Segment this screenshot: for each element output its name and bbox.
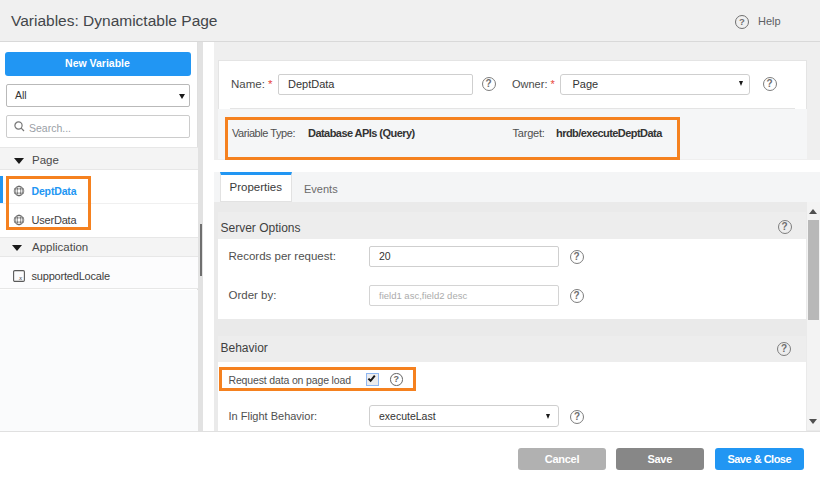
- svg-text:x: x: [18, 273, 23, 281]
